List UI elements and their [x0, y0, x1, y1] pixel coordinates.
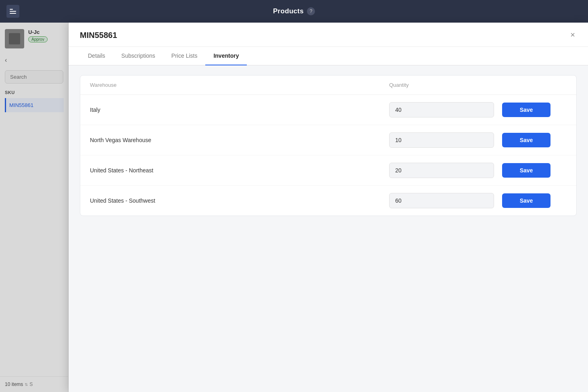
menu-icon	[10, 9, 16, 14]
warehouse-name: United States - Southwest	[90, 197, 389, 204]
page-title: Products	[273, 7, 304, 15]
modal-header: MIN55861 ×	[69, 23, 588, 47]
tab-details[interactable]: Details	[80, 47, 113, 65]
tab-inventory[interactable]: Inventory	[205, 47, 247, 65]
main-layout: U-Jc Approv ‹ SKU MIN55861 10 items ⇅ S	[0, 23, 588, 392]
warehouse-name: Italy	[90, 107, 389, 113]
save-button-southwest[interactable]: Save	[502, 193, 550, 208]
warehouse-name: United States - Northeast	[90, 167, 389, 174]
topbar: Products ?	[0, 0, 588, 23]
modal-tabs: Details Subscriptions Price Lists Invent…	[69, 47, 588, 65]
inventory-row: United States - Southwest Save	[80, 186, 576, 216]
save-button-italy[interactable]: Save	[502, 103, 550, 117]
modal-panel: MIN55861 × Details Subscriptions Price L…	[69, 23, 588, 392]
quantity-input-north-vegas[interactable]	[389, 132, 494, 148]
quantity-input-italy[interactable]	[389, 102, 494, 117]
modal-title: MIN55861	[80, 31, 117, 46]
quantity-input-southwest[interactable]	[389, 193, 494, 208]
tab-subscriptions[interactable]: Subscriptions	[113, 47, 163, 65]
inventory-row: United States - Northeast Save	[80, 155, 576, 186]
modal-close-button[interactable]: ×	[569, 29, 577, 40]
inventory-row: Italy Save	[80, 95, 576, 125]
sidebar-toggle-button[interactable]	[6, 5, 19, 18]
col-quantity-label: Quantity	[389, 82, 502, 88]
tab-price-lists[interactable]: Price Lists	[163, 47, 206, 65]
inventory-card: Warehouse Quantity Italy Save North Vega…	[80, 75, 577, 216]
warehouse-name: North Vegas Warehouse	[90, 137, 389, 143]
save-button-northeast[interactable]: Save	[502, 163, 550, 178]
help-icon[interactable]: ?	[307, 7, 315, 15]
col-warehouse-label: Warehouse	[90, 82, 389, 88]
save-button-north-vegas[interactable]: Save	[502, 133, 550, 147]
topbar-left	[6, 5, 19, 18]
quantity-input-northeast[interactable]	[389, 163, 494, 178]
inventory-table-header: Warehouse Quantity	[80, 75, 576, 95]
inventory-row: North Vegas Warehouse Save	[80, 125, 576, 155]
modal-overlay: MIN55861 × Details Subscriptions Price L…	[0, 23, 588, 392]
modal-body: Warehouse Quantity Italy Save North Vega…	[69, 65, 588, 392]
